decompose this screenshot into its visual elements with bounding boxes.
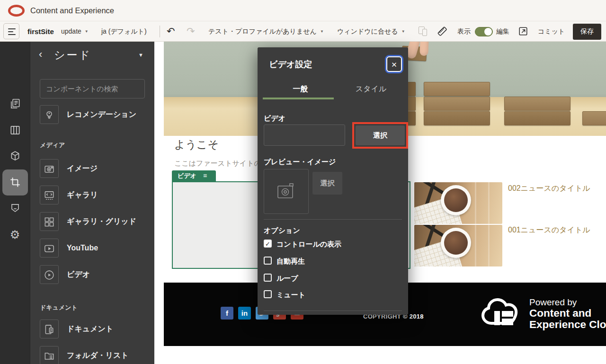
commit-button[interactable]: コミット [538, 21, 565, 42]
undo-icon[interactable]: ↶ [167, 21, 175, 41]
panel-dropdown-caret-icon[interactable]: ▼ [138, 52, 143, 58]
rail-crop-icon-active[interactable] [0, 169, 30, 195]
save-button[interactable]: 保存 [573, 24, 601, 40]
ruler-icon[interactable] [437, 26, 448, 37]
component-search [40, 79, 145, 98]
app-header: Content and Experience [0, 0, 606, 21]
preview-image-placeholder[interactable] [264, 169, 309, 214]
rail-settings-gear-icon[interactable]: ⚙ [0, 222, 30, 248]
camera-icon [40, 159, 59, 178]
preview-select-button[interactable]: 選択 [312, 172, 342, 195]
redo-icon: ↷ [187, 21, 195, 41]
component-item-gallery[interactable]: ギャラリ [40, 186, 151, 204]
component-item-document[interactable]: ドキュメント [40, 320, 151, 338]
news-item-title[interactable]: 002ニュースのタイトル [508, 184, 590, 194]
site-editor-screen: Content and Experience firstSite update▼… [0, 0, 606, 364]
grid-icon [40, 212, 59, 231]
component-item-folder-list[interactable]: フォルダ・リスト [40, 346, 151, 364]
view-label: 表示 [457, 21, 471, 42]
site-name: firstSite [27, 21, 54, 42]
components-panel: ‹ シード ▼ レコメンデーション メディア イメージ [30, 42, 154, 364]
panel-back-chevron-icon[interactable]: ‹ [39, 49, 42, 60]
checkbox-unchecked-icon[interactable] [264, 274, 272, 282]
rail-layout-icon[interactable] [0, 117, 30, 143]
news-thumbnail[interactable] [414, 225, 502, 266]
component-item-youtube[interactable]: YouTube [40, 239, 151, 257]
component-item-gallery-grid[interactable]: ギャラリ・グリッド [40, 212, 151, 231]
device-preview-icon[interactable] [419, 27, 429, 37]
editor-left-rail: ⚙ [0, 42, 30, 364]
update-dropdown[interactable]: update▼ [61, 21, 89, 42]
gallery-icon [40, 186, 59, 204]
welcome-paragraph: ここはファーストサイトの [174, 159, 261, 168]
video-settings-dialog: ビデオ設定 ✕ 一般 スタイル ビデオ 選択 プレビュー・イメージ 選択 オプシ… [258, 47, 408, 315]
video-component-tag[interactable]: ビデオ≡ [172, 170, 216, 181]
section-title-media: メディア [40, 141, 65, 150]
divider [264, 311, 402, 311]
section-title-documents: ドキュメント [40, 303, 78, 312]
options-label: オプション [264, 226, 300, 235]
folder-list-icon [40, 346, 59, 364]
edit-label: 編集 [496, 21, 509, 42]
chevron-down-icon: ▼ [320, 29, 324, 34]
video-field-label: ビデオ [264, 114, 285, 123]
toolbar-divider [160, 26, 160, 37]
chevron-down-icon: ▼ [401, 29, 405, 34]
news-item-title[interactable]: 001ニュースのタイトル [508, 225, 590, 235]
rail-theme-icon[interactable] [0, 195, 30, 221]
view-edit-toggle[interactable] [475, 27, 493, 36]
facebook-icon[interactable]: f [221, 307, 233, 320]
video-select-button[interactable]: 選択 [356, 125, 405, 145]
app-brand-title: Content and Experience [30, 0, 114, 21]
tab-style[interactable]: スタイル [333, 84, 409, 94]
youtube-icon [40, 239, 59, 257]
component-search-input[interactable] [40, 80, 144, 98]
test-profile-dropdown[interactable]: テスト・プロファイルがありません▼ [208, 21, 324, 42]
tab-general[interactable]: 一般 [263, 84, 338, 94]
page-list-menu-button[interactable] [3, 23, 19, 39]
divider [264, 219, 402, 220]
checkbox-unchecked-icon[interactable] [264, 257, 272, 265]
checkbox-unchecked-icon[interactable] [264, 290, 272, 298]
video-value-input[interactable] [264, 124, 345, 146]
component-item-recommendation[interactable]: レコメンデーション [40, 105, 151, 124]
checkbox-checked-icon[interactable]: ✓ [264, 240, 272, 248]
lightbulb-icon [40, 105, 59, 124]
dialog-title: ビデオ設定 [269, 59, 312, 70]
toggle-knob [484, 28, 492, 36]
document-icon [40, 320, 59, 338]
fit-window-dropdown[interactable]: ウィンドウに合せる▼ [337, 21, 405, 42]
welcome-heading: ようこそ [174, 137, 219, 152]
cloud-logo-icon [480, 294, 526, 331]
powered-by-text: Powered by Content and Experience Cloud [529, 298, 606, 330]
language-label: ja (デフォルト) [101, 21, 147, 42]
linkedin-icon[interactable]: in [238, 307, 251, 320]
close-icon[interactable]: ✕ [386, 56, 402, 72]
rail-components-icon[interactable] [0, 143, 30, 169]
chevron-down-icon: ▼ [85, 29, 89, 34]
editor-toolbar: firstSite update▼ ja (デフォルト) ↶ ↷ テスト・プロフ… [0, 21, 606, 42]
oracle-logo-icon [8, 5, 25, 17]
panel-title: シード [54, 48, 91, 62]
preview-image-label: プレビュー・イメージ [264, 158, 336, 167]
rail-pages-icon[interactable] [0, 91, 30, 116]
camera-placeholder-icon [276, 181, 297, 202]
news-thumbnail[interactable] [414, 182, 502, 224]
component-menu-icon[interactable]: ≡ [203, 172, 207, 179]
component-item-image[interactable]: イメージ [40, 159, 151, 178]
annotation-highlight-box: 選択 [352, 122, 408, 149]
play-circle-icon [40, 265, 59, 284]
open-in-new-icon[interactable] [518, 26, 528, 36]
active-tab-underline [263, 98, 334, 99]
component-item-video[interactable]: ビデオ [40, 265, 151, 284]
